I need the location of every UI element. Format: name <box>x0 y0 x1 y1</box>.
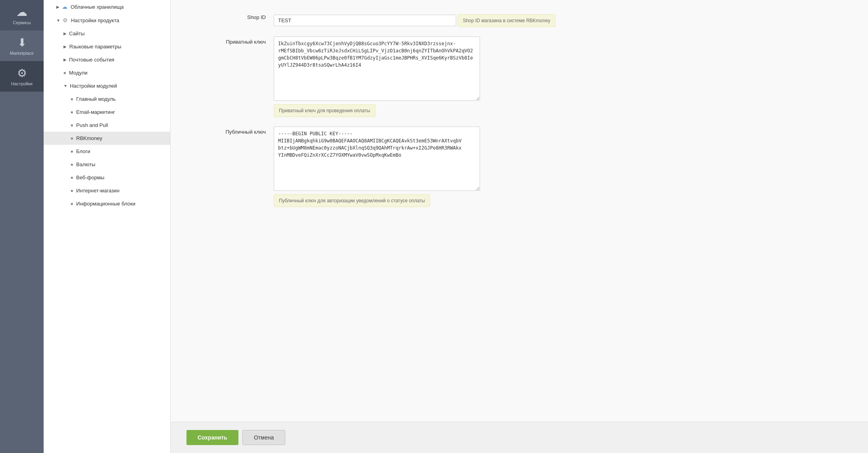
sidebar-item-label: Сервисы <box>13 20 31 25</box>
bullet-icon-main: ■ <box>71 97 73 101</box>
public-key-field: -----BEGIN PUBLIC KEY----- MIIBIjANBgkqh… <box>274 127 591 207</box>
nav-item-web-forms[interactable]: ■ Веб-формы <box>44 171 170 184</box>
arrow-down-icon-modules: ▼ <box>63 84 67 88</box>
sidebar-item-settings[interactable]: ⚙ Настройки <box>0 61 44 92</box>
nav-item-label: RBKmoney <box>76 135 102 141</box>
cloud-icon: ☁ <box>16 6 27 19</box>
nav-item-modules[interactable]: ■ Модули <box>44 66 170 79</box>
cancel-button[interactable]: Отмена <box>242 430 285 445</box>
nav-item-info-blocks[interactable]: ■ Информационные блоки <box>44 197 170 210</box>
nav-item-label: Информационные блоки <box>76 201 135 207</box>
nav-item-product-settings[interactable]: ▼ ⚙ Настройки продукта <box>44 13 170 27</box>
nav-item-mail-events[interactable]: ▶ Почтовые события <box>44 53 170 66</box>
private-key-field: IkZuinTbxcgy6Xcw73CjenhVyDjQB8sGcuo3PcYY… <box>274 36 591 117</box>
nav-item-label: Валюты <box>76 161 95 167</box>
nav-item-cloud-storage[interactable]: ▶ ☁ Облачные хранилища <box>44 0 170 13</box>
private-key-textarea[interactable]: IkZuinTbxcgy6Xcw73CjenhVyDjQB8sGcuo3PcYY… <box>274 36 480 101</box>
arrow-right-icon-sites: ▶ <box>63 31 67 36</box>
main-content: Shop ID Shop ID магазина в системе RBKmo… <box>171 0 868 453</box>
arrow-right-icon: ▶ <box>56 5 60 9</box>
bullet-icon-push: ■ <box>71 123 73 127</box>
nav-item-module-settings[interactable]: ▼ Настройки модулей <box>44 79 170 92</box>
bullet-icon-modules: ■ <box>63 71 66 75</box>
nav-item-main-module[interactable]: ■ Главный модуль <box>44 92 170 106</box>
private-key-label: Приватный ключ <box>186 36 274 45</box>
nav-item-label: Модули <box>69 70 88 76</box>
shop-id-label: Shop ID <box>186 12 274 20</box>
nav-item-label: Email-маркетинг <box>76 109 115 115</box>
nav-item-label: Облачные хранилища <box>71 4 124 10</box>
bullet-icon-rbk: ■ <box>71 136 73 140</box>
sidebar-item-label: Marketplace <box>10 51 34 56</box>
public-key-hint: Публичный ключ для авторизации уведомлен… <box>274 194 430 207</box>
nav-item-label: Главный модуль <box>76 96 115 102</box>
nav-item-label: Интернет-магазин <box>76 188 119 194</box>
nav-item-ecommerce[interactable]: ■ Интернет-магазин <box>44 184 170 197</box>
nav-item-language[interactable]: ▶ Языковые параметры <box>44 40 170 53</box>
sidebar-item-services[interactable]: ☁ Сервисы <box>0 0 44 31</box>
sidebar-item-label: Настройки <box>11 81 33 86</box>
shop-id-hint: Shop ID магазина в системе RBKmoney <box>458 14 556 27</box>
nav-item-label: Блоги <box>76 148 90 154</box>
public-key-row: Публичный ключ -----BEGIN PUBLIC KEY----… <box>186 127 852 207</box>
gear-icon: ⚙ <box>17 67 27 80</box>
nav-item-push-pull[interactable]: ■ Push and Pull <box>44 119 170 132</box>
nav-item-blogs[interactable]: ■ Блоги <box>44 145 170 158</box>
bullet-icon-ecomm: ■ <box>71 188 73 193</box>
gear-nav-icon: ⚙ <box>63 17 68 23</box>
nav-item-email-marketing[interactable]: ■ Email-маркетинг <box>44 106 170 119</box>
shop-id-row: Shop ID Shop ID магазина в системе RBKmo… <box>186 12 852 27</box>
shop-id-input[interactable] <box>274 15 456 26</box>
arrow-right-icon-lang: ▶ <box>63 44 67 49</box>
sidebar: ☁ Сервисы ⬇ Marketplace ⚙ Настройки <box>0 0 44 453</box>
nav-item-label: Настройки модулей <box>70 83 117 89</box>
private-key-row: Приватный ключ IkZuinTbxcgy6Xcw73CjenhVy… <box>186 36 852 117</box>
form-area: Shop ID Shop ID магазина в системе RBKmo… <box>171 0 868 422</box>
public-key-textarea[interactable]: -----BEGIN PUBLIC KEY----- MIIBIjANBgkqh… <box>274 127 480 191</box>
bullet-icon-blogs: ■ <box>71 149 73 154</box>
nav-panel: ▶ ☁ Облачные хранилища ▼ ⚙ Настройки про… <box>44 0 171 453</box>
nav-item-currencies[interactable]: ■ Валюты <box>44 158 170 171</box>
bullet-icon-email: ■ <box>71 110 73 114</box>
nav-item-label: Почтовые события <box>69 57 114 63</box>
arrow-right-icon-mail: ▶ <box>63 58 67 62</box>
public-key-label: Публичный ключ <box>186 127 274 135</box>
bullet-icon-web: ■ <box>71 175 73 180</box>
nav-item-rbkmoney[interactable]: ■ RBKmoney <box>44 132 170 145</box>
bullet-icon-curr: ■ <box>71 162 73 167</box>
nav-item-label: Веб-формы <box>76 175 104 180</box>
nav-item-label: Языковые параметры <box>69 44 121 50</box>
bullet-icon-info: ■ <box>71 202 73 206</box>
nav-item-label: Push and Pull <box>76 122 108 128</box>
save-button[interactable]: Сохранить <box>186 430 238 445</box>
arrow-down-icon: ▼ <box>56 18 60 23</box>
sidebar-item-marketplace[interactable]: ⬇ Marketplace <box>0 31 44 61</box>
download-icon: ⬇ <box>17 36 27 49</box>
nav-item-sites[interactable]: ▶ Сайты <box>44 27 170 40</box>
button-bar: Сохранить Отмена <box>171 422 868 453</box>
private-key-hint: Приватный ключ для проведения оплаты <box>274 104 375 117</box>
nav-item-label: Сайты <box>69 31 84 36</box>
cloud-nav-icon: ☁ <box>62 4 67 10</box>
nav-item-label: Настройки продукта <box>71 17 119 23</box>
shop-id-field: Shop ID магазина в системе RBKmoney <box>274 12 591 27</box>
